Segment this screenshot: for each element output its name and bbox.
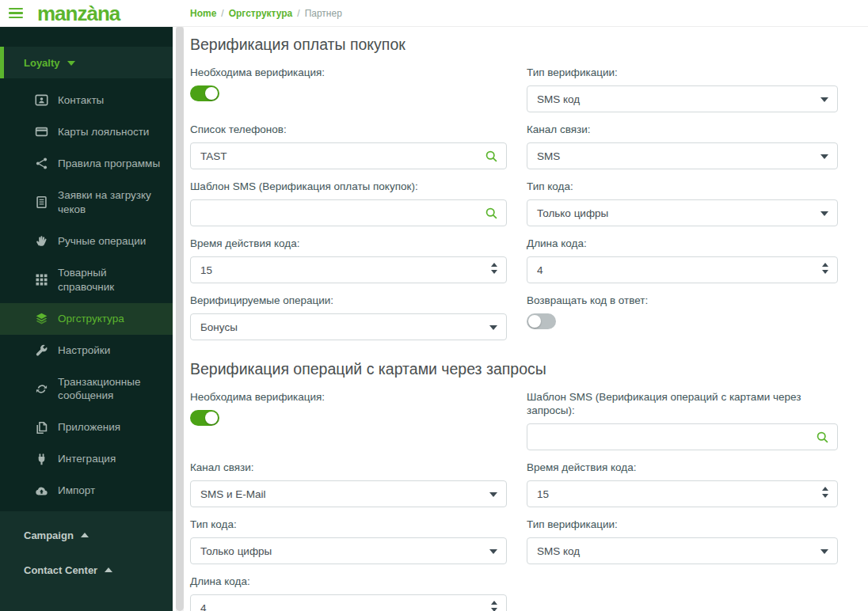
s2-code-length-input[interactable] <box>191 595 481 611</box>
s1-channel-select[interactable]: SMS <box>527 142 838 169</box>
s1-phone-list-input[interactable] <box>191 143 481 169</box>
field-label: Возвращать код в ответ: <box>527 294 838 307</box>
s1-code-ttl-input[interactable] <box>191 257 481 283</box>
chevron-down-icon <box>67 61 75 66</box>
wrench-icon <box>35 343 48 357</box>
s1-phone-list-field: Список телефонов: <box>190 123 507 169</box>
select-value: SMS и E-Mail <box>200 488 266 500</box>
sidebar-item-contacts[interactable]: Контакты <box>0 85 173 116</box>
breadcrumb-link-orgstructure[interactable]: Оргструктура <box>229 8 293 19</box>
select-value: Только цифры <box>200 545 272 557</box>
stepper-up-icon[interactable] <box>491 601 497 605</box>
s2-verification-type-select[interactable]: SMS код <box>527 537 838 564</box>
s1-sms-template-input[interactable] <box>191 200 481 226</box>
s1-need-verification-toggle[interactable] <box>190 85 219 101</box>
number-stepper <box>491 263 497 274</box>
sidebar-item-label: Интеграция <box>58 452 116 466</box>
search-icon[interactable] <box>485 207 498 220</box>
content-scrollbar-thumb[interactable] <box>176 26 184 611</box>
sidebar-bottom-groups: Campaign Contact Center <box>0 511 173 611</box>
sidebar-item-receipt-upload-requests[interactable]: Заявки на загрузку чеков <box>0 180 173 226</box>
s1-return-code-toggle[interactable] <box>527 313 556 329</box>
s1-need-verification-field: Необходима верификация: <box>190 66 507 112</box>
stepper-down-icon[interactable] <box>491 270 497 274</box>
stepper-down-icon[interactable] <box>822 270 828 274</box>
sidebar-item-import[interactable]: Импорт <box>0 475 173 507</box>
chevron-down-icon <box>489 325 497 330</box>
stepper-down-icon[interactable] <box>822 494 828 498</box>
toggle-knob <box>205 87 218 100</box>
breadcrumb-separator: / <box>221 8 223 19</box>
s2-code-length-inputwrap <box>190 594 507 611</box>
app-window: manzàna Home / Оргструктура / Партнер Lo… <box>0 0 868 611</box>
s2-channel-select[interactable]: SMS и E-Mail <box>190 480 507 507</box>
field-label: Тип кода: <box>190 518 507 531</box>
sidebar-item-integration[interactable]: Интеграция <box>0 443 173 475</box>
stepper-down-icon[interactable] <box>491 608 497 611</box>
section-title-payment-verification: Верификация оплаты покупок <box>190 34 839 55</box>
sidebar-group-contact-center[interactable]: Contact Center <box>0 552 173 587</box>
sidebar-item-loyalty-cards[interactable]: Карты лояльности <box>0 116 173 148</box>
loyalty-card-icon <box>35 125 48 139</box>
field-label: Необходима верификация: <box>190 390 507 404</box>
s1-code-type-field: Тип кода: Только цифры <box>527 180 838 226</box>
field-label: Верифицируемые операции: <box>190 294 507 307</box>
stepper-up-icon[interactable] <box>822 263 828 267</box>
plug-icon <box>35 453 48 466</box>
sidebar-item-program-rules[interactable]: Правила программы <box>0 148 173 180</box>
sidebar-item-org-structure[interactable]: Оргструктура <box>0 303 173 335</box>
s1-return-code-field: Возвращать код в ответ: <box>527 294 838 340</box>
stepper-up-icon[interactable] <box>491 263 497 267</box>
s1-code-ttl-field: Время действия кода: <box>190 237 507 283</box>
content-scrollbar-track[interactable] <box>176 26 184 611</box>
s1-verified-operations-field: Верифицируемые операции: Бонусы <box>190 294 507 340</box>
s2-code-type-select[interactable]: Только цифры <box>190 537 507 564</box>
sidebar-item-label: Транзакционные сообщения <box>58 375 162 404</box>
search-icon[interactable] <box>485 150 498 163</box>
number-stepper <box>822 487 828 498</box>
s2-code-ttl-input[interactable] <box>527 481 812 507</box>
sidebar-group-label: Contact Center <box>24 564 97 576</box>
field-label: Тип верификации: <box>527 66 838 79</box>
sidebar-item-label: Оргструктура <box>58 312 124 326</box>
hamburger-menu-icon[interactable] <box>7 6 25 20</box>
sidebar-item-settings[interactable]: Настройки <box>0 335 173 366</box>
sidebar-item-transactional-messages[interactable]: Транзакционные сообщения <box>0 366 173 412</box>
s1-code-type-select[interactable]: Только цифры <box>527 199 838 226</box>
field-label: Тип верификации: <box>527 518 838 531</box>
s1-sms-template-inputwrap <box>190 199 507 226</box>
s1-code-length-input[interactable] <box>527 257 812 283</box>
sidebar-group-campaign[interactable]: Campaign <box>0 518 173 552</box>
search-icon[interactable] <box>816 431 829 444</box>
sidebar-item-label: Ручные операции <box>58 234 146 249</box>
s1-verification-type-select[interactable]: SMS код <box>527 85 838 112</box>
sidebar-item-label: Настройки <box>58 343 110 358</box>
s2-sms-template-input[interactable] <box>527 424 812 450</box>
cloud-upload-icon <box>35 484 48 498</box>
sidebar-item-applications[interactable]: Приложения <box>0 412 173 443</box>
sidebar-item-product-catalog[interactable]: Товарный справочник <box>0 257 173 303</box>
payment-verification-form: Необходима верификация: Тип верификации:… <box>190 66 839 351</box>
chevron-up-icon <box>81 533 89 537</box>
field-label: Длина кода: <box>190 575 507 588</box>
field-label: Список телефонов: <box>190 123 507 136</box>
sidebar-item-manual-operations[interactable]: Ручные операции <box>0 226 173 257</box>
breadcrumb: Home / Оргструктура / Партнер <box>190 8 342 19</box>
breadcrumb-link-home[interactable]: Home <box>190 8 216 19</box>
section-title-card-requests-verification: Верификация операций с картами через зап… <box>190 359 839 379</box>
field-label: Шаблон SMS (Верификация операций с карта… <box>527 390 838 417</box>
grid-icon <box>35 273 48 287</box>
s2-need-verification-toggle[interactable] <box>190 410 219 426</box>
stepper-up-icon[interactable] <box>822 487 828 491</box>
number-stepper <box>491 601 497 611</box>
chevron-down-icon <box>489 492 497 497</box>
sidebar-group-loyalty[interactable]: Loyalty <box>0 47 173 78</box>
brand-logo[interactable]: manzàna <box>37 2 120 25</box>
sidebar: Loyalty Контакты Карты лояльности <box>0 26 173 611</box>
s1-code-ttl-inputwrap <box>190 256 507 283</box>
s2-code-type-field: Тип кода: Только цифры <box>190 518 507 564</box>
toggle-knob <box>205 412 218 424</box>
s1-verified-operations-select[interactable]: Бонусы <box>190 313 507 340</box>
sync-icon <box>35 382 48 396</box>
sidebar-group-label: Campaign <box>24 529 74 541</box>
